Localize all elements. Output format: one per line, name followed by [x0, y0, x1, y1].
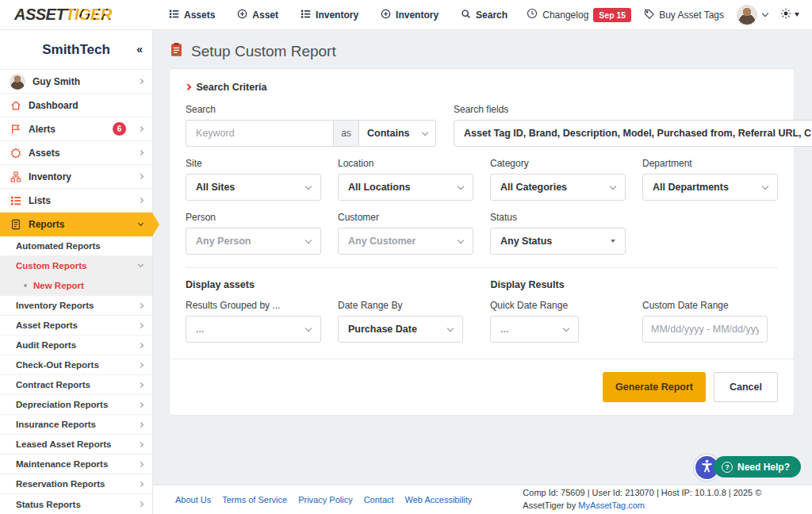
- search-fields-select[interactable]: Asset Tag ID, Brand, Description, Model,…: [454, 120, 812, 147]
- top-navbar: ASSETTIGER Assets Asset Inventory Invent…: [0, 0, 812, 30]
- sidebar-item-status-reports[interactable]: Status Reports: [0, 494, 152, 514]
- chevron-right-icon: [138, 174, 144, 179]
- generate-report-button[interactable]: Generate Report: [603, 372, 706, 402]
- bullet-icon: [24, 284, 27, 287]
- nav-add-asset[interactable]: Asset: [237, 9, 278, 21]
- department-select[interactable]: All Departments: [642, 174, 778, 201]
- search-criteria-section[interactable]: Search Criteria: [186, 82, 778, 93]
- sidebar-item-contract-reports[interactable]: Contract Reports: [0, 375, 152, 395]
- sidebar-item-assets[interactable]: Assets: [0, 141, 152, 165]
- app-logo[interactable]: ASSETTIGER: [0, 6, 153, 24]
- sidebar-item-reservation-reports[interactable]: Reservation Reports: [0, 474, 152, 494]
- divider: [186, 267, 778, 268]
- grouped-by-label: Results Grouped by ...: [186, 300, 321, 311]
- sidebar-item-lists[interactable]: Lists: [0, 189, 152, 213]
- sidebar-item-asset-reports[interactable]: Asset Reports: [0, 316, 152, 336]
- sidebar-item-depreciation-reports[interactable]: Depreciation Reports: [0, 395, 152, 415]
- keyword-input[interactable]: [186, 120, 333, 147]
- operator-select[interactable]: Contains: [358, 120, 436, 147]
- changelog-link[interactable]: Changelog Sep 15: [527, 8, 631, 22]
- myassettag-link[interactable]: MyAssetTag.com: [578, 501, 645, 510]
- chevron-down-icon[interactable]: [762, 10, 768, 17]
- footer: About Us Terms of Service Privacy Policy…: [153, 485, 812, 514]
- chevron-right-icon: [138, 481, 144, 486]
- sidebar-subitem-label: Maintenance Reports: [16, 459, 139, 469]
- chevron-down-icon: [138, 221, 144, 226]
- alerts-count-badge: 6: [113, 122, 126, 136]
- grouped-by-value: ...: [196, 324, 306, 335]
- nav-search[interactable]: Search: [461, 9, 508, 21]
- sidebar-item-insurance-reports[interactable]: Insurance Reports: [0, 415, 152, 435]
- nav-inventory-list[interactable]: Inventory: [301, 9, 358, 21]
- category-select[interactable]: All Categories: [490, 174, 626, 201]
- home-icon: [10, 100, 21, 111]
- date-range-by-select[interactable]: Purchase Date: [338, 316, 463, 343]
- status-value: Any Status: [500, 236, 611, 247]
- footer-link-contact[interactable]: Contact: [364, 495, 394, 504]
- need-help-button[interactable]: ? Need Help?: [714, 456, 801, 478]
- chevron-right-icon: [138, 198, 144, 203]
- sidebar-item-user[interactable]: Guy Smith: [0, 70, 152, 94]
- chevron-down-icon: [422, 128, 428, 135]
- category-group: Category All Categories: [490, 158, 626, 201]
- footer-link-privacy[interactable]: Privacy Policy: [298, 495, 352, 504]
- nav-add-inventory[interactable]: Inventory: [381, 9, 439, 21]
- date-range-by-value: Purchase Date: [348, 324, 448, 335]
- sidebar-item-inventory[interactable]: Inventory: [0, 165, 152, 189]
- sidebar-item-reports[interactable]: Reports: [0, 213, 152, 236]
- status-group: Status Any Status: [490, 212, 626, 255]
- chevron-right-icon: [138, 382, 144, 387]
- custom-date-range-input[interactable]: [642, 316, 768, 343]
- sidebar-item-inventory-reports[interactable]: Inventory Reports: [0, 296, 152, 316]
- sidebar-item-alerts[interactable]: Alerts 6: [0, 117, 152, 141]
- chevron-right-icon: [138, 342, 144, 347]
- chevron-right-icon: [138, 401, 144, 407]
- sidebar-item-label: Inventory: [29, 171, 132, 182]
- chevron-down-icon: [138, 262, 144, 267]
- caret-down-icon: [795, 13, 799, 17]
- footer-link-terms[interactable]: Terms of Service: [222, 495, 287, 504]
- person-select[interactable]: Any Person: [186, 228, 321, 255]
- page-title-text: Setup Custom Report: [191, 43, 336, 60]
- sidebar-item-checkout-reports[interactable]: Check-Out Reports: [0, 355, 152, 375]
- cancel-button[interactable]: Cancel: [714, 372, 778, 402]
- status-select[interactable]: Any Status: [490, 228, 626, 255]
- sidebar-item-maintenance-reports[interactable]: Maintenance Reports: [0, 455, 152, 474]
- theme-switcher[interactable]: [780, 8, 799, 22]
- sidebar-collapse-icon[interactable]: «: [136, 43, 141, 56]
- sidebar-item-automated-reports[interactable]: Automated Reports: [0, 236, 152, 256]
- chevron-right-icon: [138, 150, 144, 155]
- grouped-by-select[interactable]: ...: [186, 316, 321, 343]
- sidebar-item-label: Lists: [29, 195, 132, 206]
- search-icon: [461, 9, 471, 21]
- display-results-heading: Display Results: [491, 279, 779, 290]
- buy-asset-tags-link[interactable]: Buy Asset Tags: [644, 9, 724, 21]
- user-avatar[interactable]: [737, 5, 757, 25]
- quick-date-range-select[interactable]: ...: [490, 316, 579, 343]
- chevron-down-icon: [305, 236, 312, 243]
- customer-group: Customer Any Customer: [338, 212, 473, 255]
- sidebar-item-new-report[interactable]: New Report: [0, 276, 152, 296]
- department-group: Department All Departments: [642, 158, 778, 201]
- location-select[interactable]: All Locations: [338, 174, 473, 201]
- sidebar-item-dashboard[interactable]: Dashboard: [0, 94, 152, 117]
- footer-link-about-us[interactable]: About Us: [175, 495, 211, 504]
- sidebar-item-audit-reports[interactable]: Audit Reports: [0, 336, 152, 355]
- nav-label: Inventory: [396, 10, 439, 21]
- department-label: Department: [642, 158, 778, 169]
- footer-link-accessibility[interactable]: Web Accessibility: [405, 495, 473, 504]
- plus-circle-icon: [381, 9, 391, 21]
- top-menu: Assets Asset Inventory Inventory Search: [153, 9, 508, 21]
- tag-icon: [644, 9, 654, 21]
- list-icon: [169, 9, 179, 21]
- site-select[interactable]: All Sites: [186, 174, 321, 201]
- date-range-by-label: Date Range By: [338, 300, 473, 311]
- nav-assets-list[interactable]: Assets: [169, 9, 215, 21]
- customer-select[interactable]: Any Customer: [338, 228, 473, 255]
- page: ASSETTIGER Assets Asset Inventory Invent…: [0, 0, 812, 514]
- sidebar-item-leased-asset-reports[interactable]: Leased Asset Reports: [0, 435, 152, 455]
- logo-text-tiger: TIGER: [65, 6, 112, 24]
- sidebar-item-custom-reports[interactable]: Custom Reports: [0, 256, 152, 276]
- location-value: All Locations: [348, 182, 458, 193]
- changelog-label: Changelog: [542, 10, 588, 21]
